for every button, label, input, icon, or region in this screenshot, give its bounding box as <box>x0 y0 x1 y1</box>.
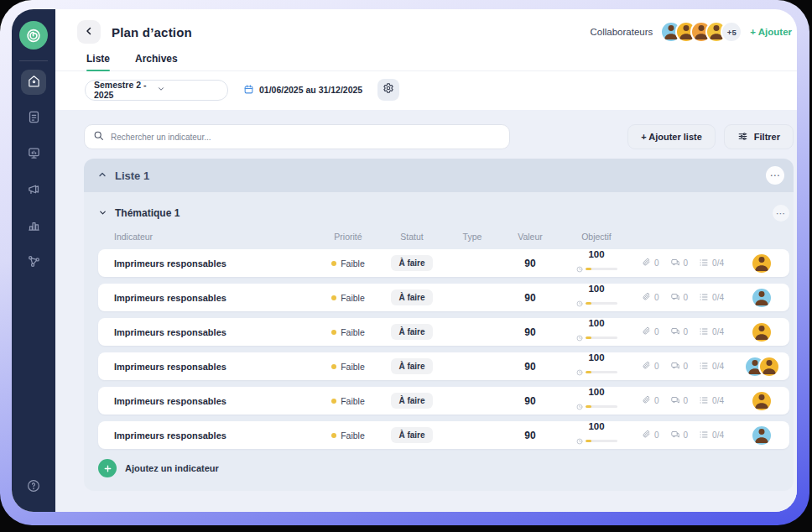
avatar-overflow-count[interactable]: +5 <box>721 21 742 43</box>
value-cell: 90 <box>499 361 561 373</box>
avatar <box>751 425 773 446</box>
back-button[interactable] <box>77 20 101 44</box>
priority-cell: Faible <box>318 258 378 269</box>
priority-cell: Faible <box>318 327 378 337</box>
page-header: Plan d’action Collaborateurs +5 + Ajoute… <box>55 9 797 50</box>
semester-select-value: Semestre 2 - 2025 <box>94 80 157 100</box>
bar-chart-icon <box>27 218 41 236</box>
list-menu-button[interactable]: ⋯ <box>766 166 784 185</box>
comments-count[interactable]: 0 <box>670 361 689 373</box>
attachments-count[interactable]: 0 <box>642 430 659 441</box>
thematic-header[interactable]: Thématique 1 ⋯ <box>98 203 789 223</box>
comments-count[interactable]: 0 <box>670 395 689 407</box>
tasks-count[interactable]: 0/4 <box>699 326 724 338</box>
value-cell: 90 <box>499 326 561 338</box>
priority-dot-icon <box>331 261 336 266</box>
sidebar-divider <box>19 60 48 61</box>
table-row[interactable]: Imprimeurs responsablesFaibleÀ faire9010… <box>98 387 789 415</box>
attachments-count[interactable]: 0 <box>642 361 659 372</box>
collaborator-avatars[interactable]: +5 <box>660 21 742 43</box>
attachments-count[interactable]: 0 <box>642 258 659 269</box>
sidebar-item-documents[interactable] <box>21 106 46 131</box>
table-row[interactable]: Imprimeurs responsablesFaibleÀ faire9010… <box>98 352 789 380</box>
add-list-button[interactable]: + Ajouter liste <box>627 124 716 149</box>
sidebar-item-dashboard[interactable] <box>21 142 46 167</box>
checklist-icon <box>699 395 709 407</box>
status-cell: À faire <box>378 289 445 305</box>
tasks-count[interactable]: 0/4 <box>699 395 724 407</box>
comments-count[interactable]: 0 <box>670 326 689 338</box>
comments-count[interactable]: 0 <box>670 292 689 304</box>
filter-button-label: Filtrer <box>754 132 780 142</box>
semester-select[interactable]: Semestre 2 - 2025 <box>85 80 228 101</box>
table-row[interactable]: Imprimeurs responsablesFaibleÀ faire9010… <box>98 421 789 449</box>
progress-bar <box>586 371 617 374</box>
priority-dot-icon <box>331 433 336 438</box>
tab-liste[interactable]: Liste <box>86 53 110 70</box>
attachments-count[interactable]: 0 <box>642 326 659 337</box>
checklist-icon <box>699 258 709 269</box>
help-button[interactable] <box>21 475 46 500</box>
objective-cell: 100 <box>561 250 632 277</box>
counts-cell: 000/4 <box>632 292 734 304</box>
status-badge: À faire <box>391 393 432 409</box>
priority-dot-icon <box>331 399 336 404</box>
settings-button[interactable] <box>377 79 399 101</box>
assignees-cell <box>734 321 789 343</box>
checklist-icon <box>699 292 709 304</box>
priority-cell: Faible <box>318 293 378 303</box>
comments-count[interactable]: 0 <box>670 430 689 441</box>
attachments-count[interactable]: 0 <box>642 292 659 303</box>
search-input[interactable] <box>111 133 501 142</box>
counts-cell: 000/4 <box>632 258 734 269</box>
assignees-cell <box>734 425 789 446</box>
counts-cell: 000/4 <box>632 361 734 373</box>
calendar-icon <box>243 84 254 96</box>
status-cell: À faire <box>378 427 445 443</box>
add-collaborator-button[interactable]: + Ajouter <box>750 27 792 37</box>
indicator-name: Imprimeurs responsables <box>98 430 318 441</box>
objective-cell: 100 <box>561 422 632 449</box>
attachments-count[interactable]: 0 <box>642 395 659 406</box>
tab-archives[interactable]: Archives <box>135 53 178 70</box>
chevron-down-icon <box>98 206 107 221</box>
tasks-count[interactable]: 0/4 <box>699 292 724 304</box>
table-row[interactable]: Imprimeurs responsablesFaibleÀ faire9010… <box>98 249 789 277</box>
date-range-picker[interactable]: 01/06/2025 au 31/12/2025 <box>243 84 362 96</box>
objective-cell: 100 <box>561 353 632 380</box>
clock-icon <box>576 261 583 276</box>
monitor-chart-icon <box>27 146 41 164</box>
objective-cell: 100 <box>561 284 632 311</box>
priority-dot-icon <box>331 330 336 335</box>
filter-button[interactable]: Filtrer <box>724 124 794 149</box>
list-card-header[interactable]: Liste 1 ⋯ <box>84 159 794 192</box>
date-range-value: 01/06/2025 au 31/12/2025 <box>259 85 362 95</box>
tasks-count[interactable]: 0/4 <box>699 430 724 441</box>
column-type: Type <box>445 232 499 242</box>
tasks-count[interactable]: 0/4 <box>699 258 724 269</box>
progress-bar <box>586 302 617 305</box>
filter-sliders-icon <box>737 131 748 143</box>
column-objectif: Objectif <box>561 232 632 242</box>
megaphone-icon <box>27 182 41 200</box>
progress-bar <box>586 405 617 409</box>
table-row[interactable]: Imprimeurs responsablesFaibleÀ faire9010… <box>98 318 789 346</box>
thematic-menu-button[interactable]: ⋯ <box>773 205 789 222</box>
sidebar-item-stats[interactable] <box>21 214 46 239</box>
column-priorite: Priorité <box>318 232 378 242</box>
toolbar: + Ajouter liste Filtrer <box>84 124 794 149</box>
search-icon <box>93 129 104 144</box>
paperclip-icon <box>642 292 651 303</box>
priority-cell: Faible <box>318 362 378 372</box>
sidebar-item-announcements[interactable] <box>21 178 46 203</box>
add-indicator-button[interactable]: Ajoutez un indicateur <box>98 459 789 477</box>
comments-count[interactable]: 0 <box>670 258 689 269</box>
tasks-count[interactable]: 0/4 <box>699 361 724 373</box>
sidebar-item-network[interactable] <box>21 250 46 275</box>
chevron-down-icon <box>157 85 220 95</box>
sidebar-item-home[interactable] <box>21 70 46 95</box>
priority-dot-icon <box>331 364 336 369</box>
status-badge: À faire <box>391 255 432 271</box>
avatar <box>751 390 773 412</box>
table-row[interactable]: Imprimeurs responsablesFaibleÀ faire9010… <box>98 284 789 311</box>
